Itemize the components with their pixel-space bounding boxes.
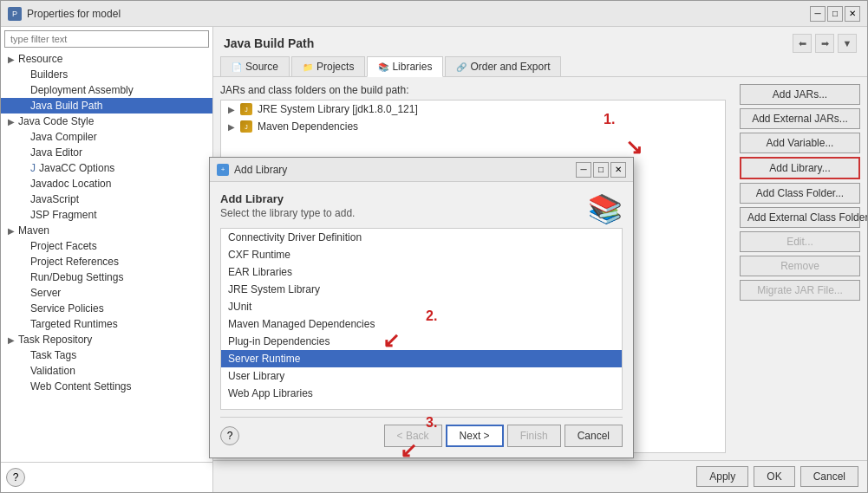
sidebar-item-label-service-policies: Service Policies [30,302,104,315]
sidebar-item-javascript[interactable]: JavaScript [1,191,212,207]
tab-libraries[interactable]: 📚Libraries [367,56,443,77]
sidebar-item-project-references[interactable]: Project References [1,254,212,269]
tab-source[interactable]: 📄Source [220,56,290,76]
sidebar-item-label-validation: Validation [30,365,75,377]
dialog-bottom-buttons: ? < Back Next > Finish Cancel [220,417,623,447]
nav-forward-button[interactable]: ➡ [815,34,834,53]
tab-label-projects: Projects [317,61,354,73]
sidebar-item-deployment-assembly[interactable]: Deployment Assembly [1,82,212,98]
sidebar-item-label-targeted-runtimes: Targeted Runtimes [30,318,118,330]
library-item-plugin[interactable]: Plug-in Dependencies [221,333,622,350]
tab-icon-source: 📄 [232,62,242,72]
dialog-title-text: Add Library [234,164,287,176]
dialog-title-bar: + Add Library ─ □ ✕ [210,158,633,182]
add-class-folder-button[interactable]: Add Class Folder... [740,183,860,204]
dialog-icon: + [217,164,229,176]
nav-back-button[interactable]: ⬅ [793,34,812,53]
sidebar-item-server[interactable]: Server [1,285,212,301]
bottom-bar: Apply OK Cancel [213,460,867,492]
sidebar-item-javadoc-location[interactable]: Javadoc Location [1,176,212,191]
help-button[interactable]: ? [6,468,25,487]
nav-dropdown-button[interactable]: ▼ [838,34,857,53]
dialog-help-button[interactable]: ? [220,426,239,445]
remove-button[interactable]: Remove [740,256,860,276]
sidebar-item-project-facets[interactable]: Project Facets [1,238,212,254]
sidebar-item-targeted-runtimes[interactable]: Targeted Runtimes [1,316,212,332]
close-button[interactable]: ✕ [845,6,860,22]
dialog-minimize-button[interactable]: ─ [576,162,591,178]
filter-input[interactable] [4,30,209,48]
book-icon: 📚 [588,192,623,225]
migrate-jar-button[interactable]: Migrate JAR File... [740,280,860,301]
jar-item[interactable]: ▶JJRE System Library [jdk1.8.0_121] [221,101,725,118]
library-item-jre[interactable]: JRE System Library [221,281,622,298]
sidebar-item-label-javascript: JavaScript [30,193,79,205]
dialog-title-left: + Add Library [217,164,287,176]
sidebar-item-task-repository[interactable]: ▶Task Repository [1,332,212,347]
back-button[interactable]: < Back [384,425,442,447]
cancel-button[interactable]: Cancel [800,466,858,487]
maximize-button[interactable]: □ [827,6,843,22]
sidebar-item-jsp-fragment[interactable]: JSP Fragment [1,207,212,223]
apply-button[interactable]: Apply [696,466,748,487]
dialog-close-button[interactable]: ✕ [610,162,626,178]
sidebar-item-builders[interactable]: Builders [1,67,212,82]
library-item-user-library[interactable]: User Library [221,367,622,385]
minimize-button[interactable]: ─ [810,6,826,22]
add-library-button[interactable]: Add Library... [740,157,860,179]
dialog-subtext: Select the library type to add. [220,207,355,219]
tab-projects[interactable]: 📁Projects [291,56,365,76]
tabs-bar: 📄Source📁Projects📚Libraries🔗Order and Exp… [213,56,867,77]
sidebar-item-resource[interactable]: ▶Resource [1,51,212,67]
tab-icon-order-export: 🔗 [456,62,467,72]
sidebar-item-java-editor[interactable]: Java Editor [1,145,212,160]
ok-button[interactable]: OK [754,466,794,487]
add-jars-button[interactable]: Add JARs... [740,84,860,105]
library-item-server-runtime[interactable]: Server Runtime [221,350,622,367]
library-item-web-app[interactable]: Web App Libraries [221,385,622,402]
library-item-cxf[interactable]: CXF Runtime [221,246,622,263]
library-item-connectivity[interactable]: Connectivity Driver Definition [221,229,622,246]
sidebar-item-label-project-references: Project References [30,256,119,268]
library-item-junit[interactable]: JUnit [221,298,622,315]
sidebar-item-label-server: Server [30,287,61,299]
jar-icon: J [240,103,252,115]
main-window: P Properties for model ─ □ ✕ ▶ResourceBu… [0,0,868,493]
next-button[interactable]: Next > [446,425,504,447]
jar-label: Maven Dependencies [258,120,358,133]
sidebar-item-web-content-settings[interactable]: Web Content Settings [1,379,212,394]
title-bar-controls: ─ □ ✕ [810,6,860,22]
library-item-maven-managed[interactable]: Maven Managed Dependencies [221,315,622,333]
sidebar-item-task-tags[interactable]: Task Tags [1,347,212,363]
sidebar-item-service-policies[interactable]: Service Policies [1,301,212,316]
sidebar-item-run-debug-settings[interactable]: Run/Debug Settings [1,269,212,285]
sidebar-item-java-code-style[interactable]: ▶Java Code Style [1,114,212,129]
library-item-ear[interactable]: EAR Libraries [221,263,622,281]
sidebar-item-java-compiler[interactable]: Java Compiler [1,129,212,145]
sidebar-item-label-javacc-options: JavaCC Options [39,162,114,174]
finish-button[interactable]: Finish [507,425,561,447]
jar-expand-arrow: ▶ [228,105,235,114]
sidebar-item-javacc-options[interactable]: JJavaCC Options [1,160,212,176]
tab-label-order-export: Order and Export [470,61,550,73]
dialog-nav-buttons: < Back Next > Finish Cancel [384,425,623,447]
sidebar-item-label-deployment-assembly: Deployment Assembly [30,84,134,96]
sidebar-item-java-build-path[interactable]: Java Build Path [1,98,212,114]
dialog-maximize-button[interactable]: □ [593,162,609,178]
dialog-body: Add Library Select the library type to a… [210,182,633,457]
title-bar: P Properties for model ─ □ ✕ [1,1,867,27]
window-title: Properties for model [27,8,121,20]
dialog-cancel-button[interactable]: Cancel [565,425,623,447]
sidebar-item-label-java-code-style: Java Code Style [18,115,94,127]
tab-order-export[interactable]: 🔗Order and Export [445,56,561,76]
add-variable-button[interactable]: Add Variable... [740,133,860,153]
edit-button[interactable]: Edit... [740,231,860,252]
sidebar-item-validation[interactable]: Validation [1,363,212,379]
sidebar-item-maven[interactable]: ▶Maven [1,223,212,238]
add-external-jars-button[interactable]: Add External JARs... [740,108,860,129]
jar-item[interactable]: ▶JMaven Dependencies [221,118,725,135]
sidebar-item-label-project-facets: Project Facets [30,240,97,252]
add-external-class-folder-button[interactable]: Add External Class Folder... [740,207,860,228]
sidebar-item-label-jsp-fragment: JSP Fragment [30,209,96,221]
jar-label: JRE System Library [jdk1.8.0_121] [258,103,418,115]
